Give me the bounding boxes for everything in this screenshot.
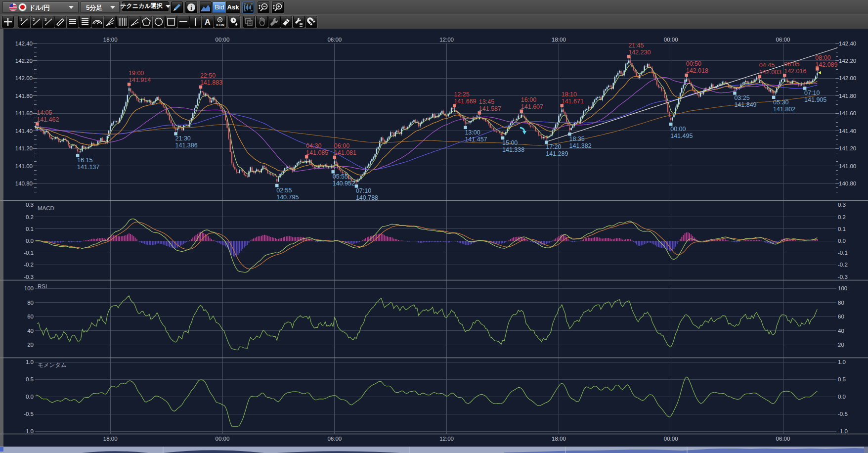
svg-text:0.1: 0.1 <box>26 226 34 232</box>
svg-text:1.0: 1.0 <box>838 359 846 365</box>
svg-text:0.0: 0.0 <box>838 394 846 400</box>
svg-text:02:55: 02:55 <box>276 187 292 194</box>
svg-text:141.382: 141.382 <box>569 142 592 149</box>
svg-text:141.20: 141.20 <box>839 145 856 151</box>
svg-text:142.40: 142.40 <box>839 41 856 46</box>
svg-text:0.1: 0.1 <box>838 226 846 232</box>
svg-text:140.795: 140.795 <box>276 194 299 201</box>
svg-text:06:00: 06:00 <box>334 142 349 149</box>
svg-text:141.60: 141.60 <box>15 110 33 116</box>
svg-text:22:50: 22:50 <box>200 72 216 79</box>
svg-text:-0.3: -0.3 <box>838 274 848 280</box>
svg-text:141.80: 141.80 <box>839 93 856 99</box>
svg-text:141.849: 141.849 <box>734 101 756 108</box>
svg-text:80: 80 <box>838 300 844 306</box>
svg-text:142.016: 142.016 <box>784 68 806 75</box>
svg-text:0.0: 0.0 <box>26 238 34 244</box>
svg-text:18:00: 18:00 <box>552 37 566 43</box>
svg-text:142.003: 142.003 <box>759 69 781 76</box>
svg-text:07:10: 07:10 <box>804 90 820 96</box>
svg-text:-0.5: -0.5 <box>24 411 34 417</box>
svg-text:142.089: 142.089 <box>815 61 837 68</box>
svg-text:141.607: 141.607 <box>521 103 543 110</box>
svg-text:-0.2: -0.2 <box>24 262 34 268</box>
svg-text:141.587: 141.587 <box>479 105 501 112</box>
svg-text:100: 100 <box>24 285 34 291</box>
svg-text:00:00: 00:00 <box>670 126 686 133</box>
svg-text:142.018: 142.018 <box>686 67 708 74</box>
svg-text:04:30: 04:30 <box>306 142 321 149</box>
svg-text:141.905: 141.905 <box>804 96 826 103</box>
svg-text:140.952: 140.952 <box>333 180 355 187</box>
svg-text:06:00: 06:00 <box>327 436 342 442</box>
svg-text:141.457: 141.457 <box>465 136 487 143</box>
svg-text:-0.3: -0.3 <box>24 274 34 280</box>
svg-text:18:00: 18:00 <box>552 436 566 442</box>
svg-text:00:00: 00:00 <box>664 37 678 43</box>
svg-text:141.137: 141.137 <box>77 164 99 171</box>
svg-text:12:25: 12:25 <box>454 91 469 98</box>
svg-text:0.3: 0.3 <box>26 202 34 208</box>
svg-text:04:45: 04:45 <box>759 62 775 69</box>
svg-text:2: 2 <box>33 17 35 22</box>
svg-text:141.60: 141.60 <box>839 110 856 116</box>
svg-text:00:00: 00:00 <box>664 436 678 442</box>
svg-text:141.802: 141.802 <box>773 106 795 113</box>
svg-text:-1.0: -1.0 <box>24 428 34 434</box>
svg-text:141.20: 141.20 <box>15 145 33 151</box>
svg-text:142.20: 142.20 <box>839 58 856 64</box>
svg-text:20: 20 <box>838 342 844 348</box>
svg-text:1.0: 1.0 <box>26 359 34 365</box>
svg-text:0.3: 0.3 <box>838 202 846 208</box>
svg-text:60: 60 <box>838 314 844 319</box>
svg-text:0.2: 0.2 <box>26 214 34 220</box>
svg-text:12:00: 12:00 <box>439 37 454 43</box>
svg-text:40: 40 <box>27 328 34 334</box>
svg-text:13:00: 13:00 <box>465 129 480 136</box>
svg-text:A: A <box>205 18 211 26</box>
svg-text:-0.1: -0.1 <box>24 250 34 256</box>
svg-text:08:00: 08:00 <box>815 54 830 61</box>
svg-text:141.80: 141.80 <box>15 93 33 99</box>
svg-text:18:00: 18:00 <box>103 37 118 43</box>
svg-text:00:50: 00:50 <box>686 60 701 67</box>
svg-text:0.5: 0.5 <box>838 376 846 382</box>
svg-text:12:00: 12:00 <box>439 436 454 442</box>
svg-text:142.230: 142.230 <box>628 49 651 56</box>
svg-text:3: 3 <box>44 17 47 22</box>
svg-text:140.80: 140.80 <box>15 181 33 186</box>
svg-text:141.00: 141.00 <box>15 163 33 169</box>
svg-text:16:15: 16:15 <box>77 157 92 164</box>
svg-text:141.462: 141.462 <box>37 116 59 123</box>
svg-text:06:00: 06:00 <box>776 37 790 43</box>
svg-text:60: 60 <box>27 314 34 319</box>
svg-text:-1.0: -1.0 <box>838 428 848 434</box>
svg-text:モメンタム: モメンタム <box>38 362 67 368</box>
svg-text:-0.1: -0.1 <box>838 250 848 256</box>
svg-text:141.386: 141.386 <box>175 142 198 149</box>
svg-text:16:00: 16:00 <box>521 96 536 103</box>
svg-text:141.40: 141.40 <box>839 128 856 134</box>
svg-text:141.883: 141.883 <box>200 79 222 86</box>
svg-text:MACD: MACD <box>38 205 54 211</box>
svg-text:0.0: 0.0 <box>838 238 846 244</box>
svg-text:0.5: 0.5 <box>26 376 34 382</box>
svg-text:141.40: 141.40 <box>15 128 33 134</box>
svg-text:19:00: 19:00 <box>129 70 144 77</box>
svg-text:18:35: 18:35 <box>569 136 585 142</box>
svg-text:141.671: 141.671 <box>562 98 584 105</box>
svg-text:142.00: 142.00 <box>15 75 33 81</box>
svg-text:141.669: 141.669 <box>454 98 476 105</box>
svg-text:0.2: 0.2 <box>838 214 846 220</box>
svg-text:14:05: 14:05 <box>37 109 52 116</box>
svg-text:13:45: 13:45 <box>479 98 494 105</box>
svg-text:40: 40 <box>838 328 844 334</box>
svg-text:07:10: 07:10 <box>356 187 371 194</box>
svg-text:141.00: 141.00 <box>839 163 856 169</box>
svg-text:-0.5: -0.5 <box>838 411 848 417</box>
svg-text:03:25: 03:25 <box>734 94 749 101</box>
svg-text:142.00: 142.00 <box>839 75 856 81</box>
svg-text:141.085: 141.085 <box>306 149 328 156</box>
svg-text:RSI: RSI <box>38 283 47 289</box>
svg-text:142.40: 142.40 <box>15 41 33 46</box>
